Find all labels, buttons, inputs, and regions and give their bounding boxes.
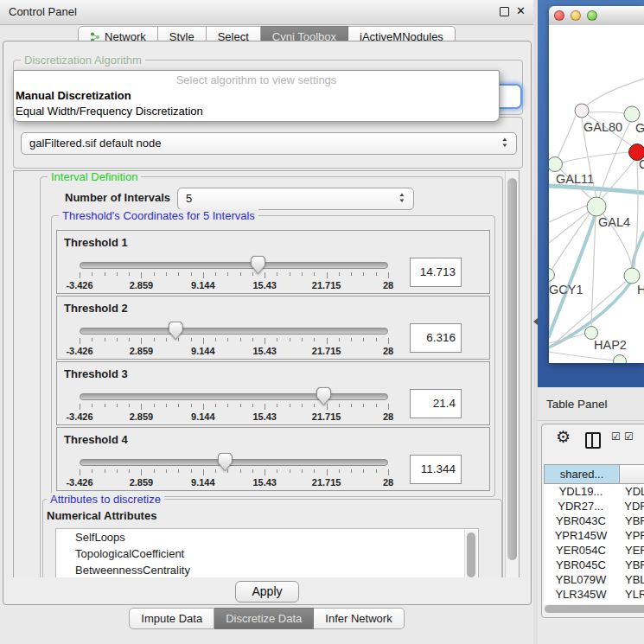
- zoom-traffic-light-icon[interactable]: [587, 10, 597, 21]
- spinner-arrows-icon[interactable]: ▲▼: [501, 137, 509, 149]
- slider-thumb[interactable]: [218, 453, 233, 471]
- cell-name[interactable]: YER0: [618, 543, 644, 558]
- slider-track[interactable]: [80, 459, 388, 466]
- table-row[interactable]: YLR345WYLR3: [544, 587, 644, 602]
- threshold-slider[interactable]: -3.4262.8599.14415.4321.71528: [80, 320, 388, 356]
- table-row[interactable]: YBL079WYBL0: [544, 572, 644, 587]
- table-row[interactable]: YDR27...YDR2: [544, 499, 644, 513]
- slider-track[interactable]: [80, 393, 388, 400]
- slider-track[interactable]: [80, 262, 388, 269]
- cell-name[interactable]: YBL0: [618, 572, 644, 587]
- network-window[interactable]: GAL80GAGAL11CGAL4GCY1HHAP2: [549, 6, 644, 363]
- table-row[interactable]: YPR145WYPR1: [544, 528, 644, 543]
- close-traffic-light-icon[interactable]: [554, 10, 564, 21]
- cell-name[interactable]: YBR0: [618, 558, 644, 572]
- cell-name[interactable]: YIL0: [618, 602, 644, 604]
- bottom-tab-discretize-data[interactable]: Discretize Data: [214, 608, 314, 629]
- cell-shared-name[interactable]: YBR043C: [544, 513, 618, 528]
- gear-icon[interactable]: ⚙: [556, 427, 571, 447]
- threshold-slider[interactable]: -3.4262.8599.14415.4321.71528: [80, 386, 388, 422]
- table-row[interactable]: YBR043CYBR0: [544, 513, 644, 528]
- threshold-value-field[interactable]: 6.316: [410, 323, 462, 353]
- network-node[interactable]: [549, 269, 555, 282]
- cell-shared-name[interactable]: YLR345W: [544, 587, 618, 602]
- cell-name[interactable]: YDL1: [618, 484, 644, 499]
- network-node[interactable]: [624, 268, 640, 284]
- cell-shared-name[interactable]: YDL19...: [544, 484, 618, 499]
- network-node[interactable]: [575, 104, 589, 118]
- network-edge[interactable]: [549, 352, 614, 360]
- network-edge[interactable]: [549, 216, 595, 336]
- table-row[interactable]: YBR045CYBR0: [544, 558, 644, 572]
- cell-shared-name[interactable]: YIL052C: [544, 602, 618, 604]
- float-window-icon[interactable]: [500, 7, 509, 16]
- network-edge[interactable]: [558, 116, 576, 158]
- number-of-intervals-combobox[interactable]: 5 ▲▼: [177, 188, 414, 210]
- cell-shared-name[interactable]: YDR27...: [544, 499, 617, 513]
- cell-name[interactable]: YPR1: [618, 528, 644, 543]
- table-row[interactable]: YER054CYER0: [544, 543, 644, 558]
- network-canvas[interactable]: GAL80GAGAL11CGAL4GCY1HHAP2: [549, 25, 644, 363]
- algorithm-option-manual[interactable]: Manual Discretization: [16, 89, 131, 102]
- horizontal-scrollbar[interactable]: [544, 605, 644, 613]
- network-edge[interactable]: [583, 79, 644, 108]
- attribute-item[interactable]: BetweennessCentrality: [56, 562, 478, 578]
- table-row[interactable]: YDL19...YDL1: [544, 484, 644, 499]
- threshold-value-field[interactable]: 21.4: [410, 389, 462, 418]
- threshold-slider[interactable]: -3.4262.8599.14415.4321.71528: [80, 254, 388, 290]
- bottom-tab-impute-data[interactable]: Impute Data: [129, 608, 214, 629]
- cell-name[interactable]: YBR0: [618, 513, 644, 528]
- network-edge[interactable]: [549, 334, 585, 343]
- cell-shared-name[interactable]: YBR045C: [544, 558, 618, 572]
- network-node[interactable]: [624, 106, 640, 122]
- attribute-item[interactable]: SelfLoops: [56, 529, 478, 545]
- threshold-value-field[interactable]: 14.713: [410, 258, 462, 287]
- network-edge[interactable]: [549, 186, 644, 193]
- bottom-tab-infer-network[interactable]: Infer Network: [314, 608, 404, 629]
- scrollbar-thumb[interactable]: [507, 178, 517, 560]
- close-icon[interactable]: ✕: [516, 4, 526, 17]
- node-label: HAP2: [594, 338, 627, 352]
- spinner-arrows-icon[interactable]: ▲▼: [398, 192, 406, 204]
- tick-label: 21.715: [312, 346, 341, 356]
- panel-scrollbar[interactable]: [505, 171, 519, 577]
- scrollbar-thumb[interactable]: [545, 605, 644, 613]
- minimize-traffic-light-icon[interactable]: [571, 10, 581, 21]
- list-scrollbar[interactable]: [464, 530, 477, 578]
- network-node[interactable]: [614, 355, 627, 364]
- checkbox-select-icon[interactable]: ☑: [611, 430, 621, 443]
- slider-thumb[interactable]: [316, 387, 331, 405]
- table-row[interactable]: YIL052CYIL0: [544, 602, 644, 604]
- cell-name[interactable]: YLR3: [618, 587, 644, 602]
- column-header-name[interactable]: n: [620, 464, 644, 484]
- table-data-combobox[interactable]: galFiltered.sif default node ▲▼: [21, 132, 517, 155]
- network-graph[interactable]: GAL80GAGAL11CGAL4GCY1HHAP2: [549, 25, 644, 363]
- tab-label: Impute Data: [141, 609, 202, 628]
- numerical-attributes-list[interactable]: SelfLoopsTopologicalCoefficientBetweenne…: [55, 528, 479, 578]
- slider-track[interactable]: [80, 328, 388, 335]
- apply-button[interactable]: Apply: [235, 581, 299, 603]
- network-edge[interactable]: [549, 210, 590, 243]
- cell-shared-name[interactable]: YBL079W: [544, 572, 618, 587]
- network-node[interactable]: [587, 197, 606, 216]
- cell-shared-name[interactable]: YER054C: [544, 543, 618, 558]
- network-edge[interactable]: [562, 152, 629, 163]
- attribute-item[interactable]: TopologicalCoefficient: [56, 545, 478, 562]
- cell-name[interactable]: YDR2: [617, 499, 644, 513]
- network-node[interactable]: [549, 157, 563, 172]
- checkbox-select-all-icon[interactable]: ☑: [624, 430, 634, 443]
- algorithm-option-equal-width[interactable]: Equal Width/Frequency Discretization: [16, 105, 203, 118]
- network-edge[interactable]: [589, 112, 625, 113]
- network-edge[interactable]: [549, 205, 589, 222]
- slider-thumb[interactable]: [169, 322, 183, 340]
- threshold-value-field[interactable]: 11.344: [410, 455, 462, 484]
- column-layout-icon[interactable]: [585, 432, 601, 449]
- tick-label: -3.426: [66, 411, 92, 422]
- tick-label: 28: [383, 411, 393, 422]
- tick-label: 2.859: [130, 346, 154, 356]
- cell-shared-name[interactable]: YPR145W: [544, 528, 618, 543]
- threshold-slider[interactable]: -3.4262.8599.14415.4321.71528: [80, 451, 388, 488]
- column-header-shared-name[interactable]: shared...: [544, 464, 620, 484]
- control-panel: Control Panel ✕ NetworkStyleSelectCyni T…: [0, 0, 533, 644]
- slider-thumb[interactable]: [251, 256, 265, 274]
